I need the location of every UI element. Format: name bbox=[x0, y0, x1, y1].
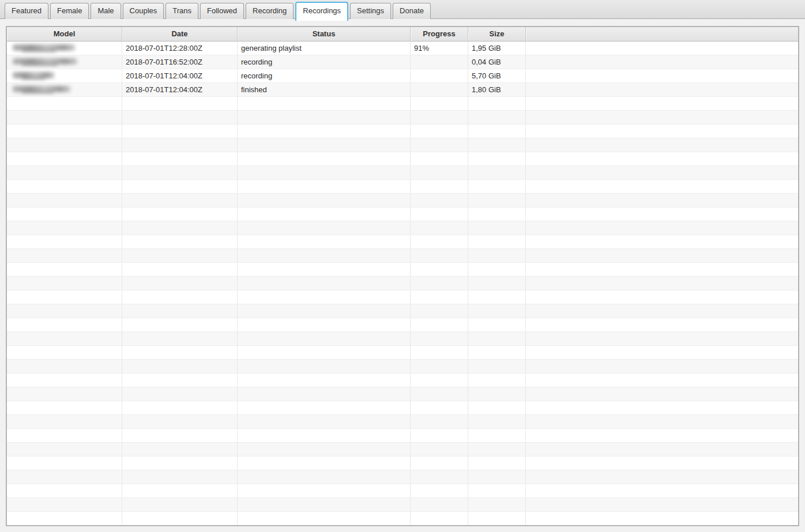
tab-recordings[interactable]: Recordings bbox=[295, 2, 348, 21]
cell-model bbox=[7, 387, 122, 401]
tab-male[interactable]: Male bbox=[91, 3, 121, 19]
cell-progress bbox=[411, 249, 468, 262]
tab-donate[interactable]: Donate bbox=[393, 3, 431, 19]
empty-row bbox=[7, 401, 798, 415]
cell-date bbox=[122, 194, 238, 207]
cell-blank bbox=[526, 318, 798, 331]
cell-progress bbox=[411, 180, 468, 193]
cell-date bbox=[122, 124, 238, 138]
cell-status bbox=[238, 194, 411, 207]
cell-progress bbox=[411, 484, 468, 497]
cell-date bbox=[122, 97, 238, 110]
cell-date bbox=[122, 235, 238, 248]
tab-trans[interactable]: Trans bbox=[165, 3, 198, 19]
tab-settings[interactable]: Settings bbox=[350, 3, 391, 19]
empty-row bbox=[7, 346, 798, 360]
column-header-size[interactable]: Size bbox=[468, 27, 526, 41]
tab-couples[interactable]: Couples bbox=[123, 3, 164, 19]
cell-progress bbox=[411, 166, 468, 179]
cell-status: generating playlist bbox=[238, 41, 411, 55]
cell-progress bbox=[411, 69, 468, 82]
cell-model bbox=[7, 373, 122, 387]
cell-blank bbox=[526, 55, 798, 69]
empty-row bbox=[7, 207, 798, 221]
recording-row[interactable]: 2018-07-01T12:04:00Zrecording5,70 GiB bbox=[7, 69, 798, 83]
cell-size bbox=[468, 456, 526, 470]
tab-female[interactable]: Female bbox=[50, 3, 89, 19]
cell-model bbox=[7, 346, 122, 359]
cell-blank bbox=[526, 456, 798, 470]
cell-date bbox=[122, 152, 238, 165]
cell-status bbox=[238, 346, 411, 359]
column-header-model[interactable]: Model bbox=[7, 27, 122, 41]
cell-status bbox=[238, 221, 411, 235]
cell-size bbox=[468, 152, 526, 165]
empty-row bbox=[7, 512, 798, 526]
redacted-model-name bbox=[13, 44, 75, 52]
cell-model bbox=[7, 318, 122, 331]
cell-model bbox=[7, 221, 122, 235]
recording-row[interactable]: 2018-07-01T12:28:00Zgenerating playlist9… bbox=[7, 41, 798, 55]
cell-date bbox=[122, 360, 238, 373]
cell-size bbox=[468, 235, 526, 248]
empty-row bbox=[7, 166, 798, 180]
cell-blank bbox=[526, 180, 798, 193]
cell-size bbox=[468, 332, 526, 345]
cell-progress bbox=[411, 221, 468, 235]
empty-row bbox=[7, 484, 798, 498]
cell-status: recording bbox=[238, 55, 411, 69]
cell-date: 2018-07-01T16:52:00Z bbox=[122, 55, 238, 69]
cell-status bbox=[238, 207, 411, 221]
cell-progress bbox=[411, 373, 468, 387]
cell-blank bbox=[526, 415, 798, 428]
column-header-progress[interactable]: Progress bbox=[411, 27, 468, 41]
cell-status bbox=[238, 152, 411, 165]
cell-status bbox=[238, 512, 411, 525]
cell-size bbox=[468, 290, 526, 304]
cell-blank bbox=[526, 194, 798, 207]
cell-model bbox=[7, 207, 122, 221]
cell-model bbox=[7, 180, 122, 193]
cell-size bbox=[468, 277, 526, 290]
cell-date bbox=[122, 207, 238, 221]
cell-progress bbox=[411, 456, 468, 470]
cell-size: 5,70 GiB bbox=[468, 69, 526, 82]
redacted-model-name bbox=[13, 86, 70, 93]
cell-model bbox=[7, 443, 122, 456]
cell-model bbox=[7, 166, 122, 179]
cell-date bbox=[122, 111, 238, 124]
cell-blank bbox=[526, 207, 798, 221]
cell-model bbox=[7, 470, 122, 484]
cell-size bbox=[468, 401, 526, 414]
recording-row[interactable]: 2018-07-01T16:52:00Zrecording0,04 GiB bbox=[7, 55, 798, 69]
tab-followed[interactable]: Followed bbox=[200, 3, 244, 19]
empty-row bbox=[7, 318, 798, 332]
empty-row bbox=[7, 415, 798, 429]
cell-status bbox=[238, 360, 411, 373]
cell-size bbox=[468, 484, 526, 497]
tab-featured[interactable]: Featured bbox=[5, 3, 48, 19]
cell-progress bbox=[411, 415, 468, 428]
cell-blank bbox=[526, 484, 798, 497]
empty-row bbox=[7, 456, 798, 470]
cell-progress bbox=[411, 443, 468, 456]
tab-bar: FeaturedFemaleMaleCouplesTransFollowedRe… bbox=[0, 0, 805, 19]
redacted-model-name bbox=[13, 58, 77, 66]
cell-status bbox=[238, 318, 411, 331]
empty-row bbox=[7, 332, 798, 346]
cell-date bbox=[122, 304, 238, 318]
empty-row bbox=[7, 138, 798, 152]
column-header-date[interactable]: Date bbox=[122, 27, 238, 41]
cell-progress bbox=[411, 194, 468, 207]
recording-row[interactable]: 2018-07-01T12:04:00Zfinished1,80 GiB bbox=[7, 83, 798, 97]
cell-model bbox=[7, 401, 122, 414]
tab-recording[interactable]: Recording bbox=[246, 3, 294, 19]
cell-model bbox=[7, 235, 122, 248]
cell-status bbox=[238, 443, 411, 456]
cell-blank bbox=[526, 83, 798, 96]
cell-model bbox=[7, 429, 122, 442]
cell-status bbox=[238, 373, 411, 387]
cell-progress bbox=[411, 332, 468, 345]
column-header-status[interactable]: Status bbox=[238, 27, 411, 41]
cell-date bbox=[122, 180, 238, 193]
